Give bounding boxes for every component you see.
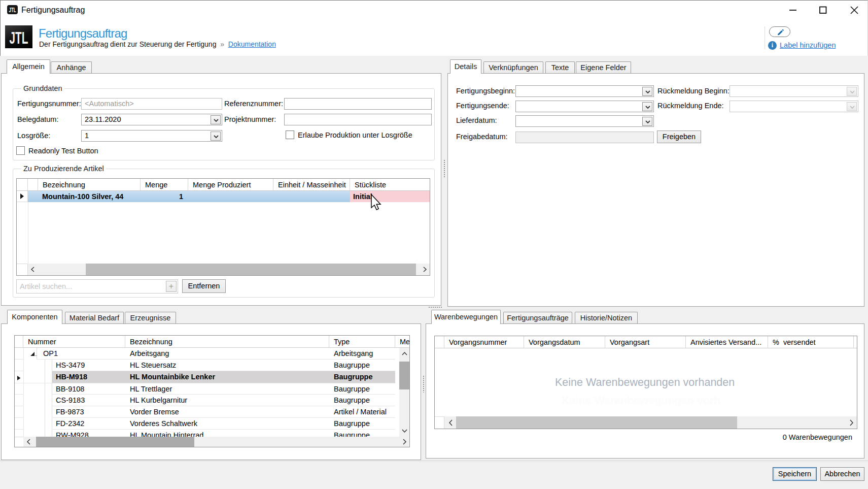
svg-text:JTL: JTL (10, 28, 28, 47)
svg-text:JTL: JTL (9, 7, 16, 14)
